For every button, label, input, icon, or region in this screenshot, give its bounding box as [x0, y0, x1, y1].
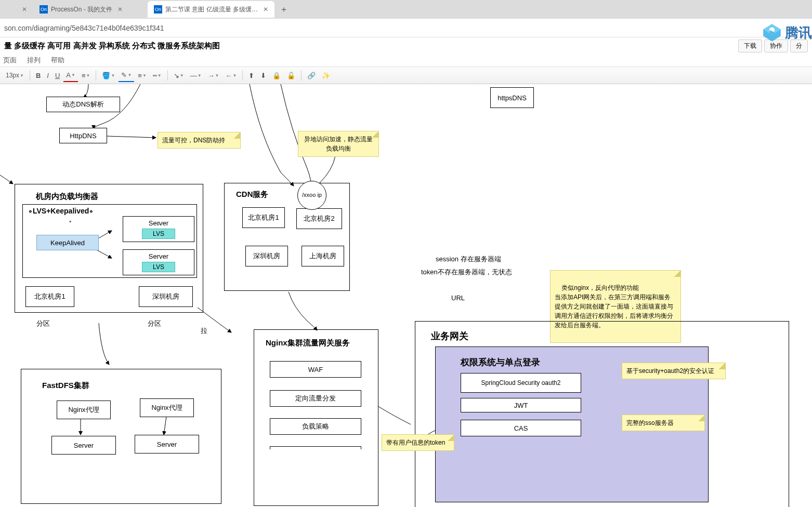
label: JWT [514, 402, 528, 409]
tab-processon[interactable]: On ProcessOn - 我的文件 ✕ [33, 1, 148, 18]
tab-blank[interactable]: ✕ [10, 1, 33, 18]
line-end-button[interactable]: —▼ [188, 70, 204, 82]
group-lvs-keepalived[interactable]: ∘LVS+Keepalived∘ ∘ KeepAlived Server LVS… [22, 204, 197, 278]
node-cdn-sz[interactable]: 深圳机房 [245, 246, 288, 266]
node-jwt[interactable]: JWT [461, 398, 581, 412]
label: 负载策略 [302, 422, 329, 431]
unlock-button[interactable]: 🔓 [284, 70, 298, 82]
node-cas[interactable]: CAS [461, 420, 581, 436]
node-cdn-sh[interactable]: 上海机房 [302, 246, 344, 266]
node-nginx1[interactable]: Nginx代理 [57, 401, 111, 419]
node-directed[interactable]: 定向流量分发 [270, 390, 361, 407]
connector-button[interactable]: ↘▼ [171, 70, 187, 82]
close-icon[interactable]: ✕ [22, 6, 27, 13]
node-keepalived[interactable]: KeepAlived [36, 235, 99, 250]
site-icon: On [154, 5, 162, 14]
group-fastdfs[interactable]: FastDFS集群 Nginx代理 Nginx代理 Server Server [21, 369, 221, 504]
note-text: 完整的sso服务器 [626, 419, 674, 426]
arrow-start-button[interactable]: →▼ [205, 70, 222, 82]
bold-button[interactable]: B [33, 70, 43, 82]
label: /xxoo ip [302, 192, 322, 198]
label: 北京机房1 [34, 292, 65, 301]
download-button[interactable]: 下载 [738, 39, 762, 52]
node-server2[interactable]: Server LVS [123, 249, 194, 275]
text-url: URL [451, 294, 465, 302]
label: Server [157, 441, 177, 448]
note-text: 异地访问加速，静态流量负载均衡 [304, 136, 373, 152]
node-room-sz[interactable]: 深圳机房 [139, 286, 193, 307]
url-bar[interactable]: son.com/diagraming/5e843c71e4b0f4e639c1f… [0, 19, 812, 37]
lock-button[interactable]: 🔒 [270, 70, 283, 82]
new-tab-button[interactable]: ＋ [280, 4, 288, 15]
move-handle-icon[interactable]: ✥ [156, 221, 161, 226]
node-cdn-bj1[interactable]: 北京机房1 [242, 207, 285, 228]
label: CAS [514, 424, 528, 432]
site-icon: On [40, 5, 48, 14]
note-dns[interactable]: 流量可控，DNS防劫持 [158, 132, 241, 149]
node-spring-security[interactable]: SpringCloud Security oauth2 [461, 373, 581, 393]
magic-button[interactable]: ✨ [319, 70, 333, 82]
tab-label: 第二节课 意图 亿级流量 多级缓… [165, 5, 258, 14]
pull-label: 拉 [201, 326, 207, 336]
line-style-button[interactable]: ┅▼ [150, 70, 164, 82]
underline-button[interactable]: U [53, 70, 62, 82]
label: Nginx代理 [151, 403, 182, 412]
label: 北京机房2 [304, 214, 334, 223]
menu-help[interactable]: 帮助 [51, 56, 64, 65]
node-cdn-bj2[interactable]: 北京机房2 [296, 208, 342, 229]
group-nginx-gw[interactable]: Nginx集群流量网关服务 WAF 定向流量分发 负载策略 [254, 329, 378, 506]
arrow-end-button[interactable]: ←▼ [223, 70, 240, 82]
menu-arrange[interactable]: 排列 [27, 56, 41, 65]
tab-current[interactable]: On 第二节课 意图 亿级流量 多级缓… ✕ [148, 1, 274, 18]
node-fd-server1[interactable]: Server [51, 436, 116, 455]
fill-color-button[interactable]: 🪣▼ [99, 70, 117, 82]
front-button[interactable]: ⬆ [246, 70, 257, 82]
note-text: 带有用户信息的token [386, 439, 445, 446]
node-extra[interactable] [270, 446, 361, 449]
node-room-bj[interactable]: 北京机房1 [25, 286, 74, 307]
label: Nginx代理 [68, 405, 99, 415]
label: 北京机房1 [248, 213, 279, 222]
label: KeepAlived [50, 239, 85, 247]
label: 动态DNS解析 [62, 100, 103, 109]
label: 深圳机房 [253, 251, 280, 261]
group-title: 机房内负载均衡器 [36, 192, 98, 202]
group-cdn[interactable]: CDN服务 北京机房1 北京机房2 深圳机房 上海机房 [224, 183, 350, 291]
node-dynamic-dns[interactable]: 动态DNS解析 [46, 97, 120, 112]
note-token[interactable]: 带有用户信息的token [382, 434, 454, 451]
font-size-selector[interactable]: 13px▼ [3, 70, 27, 81]
note-sso[interactable]: 完整的sso服务器 [622, 415, 705, 431]
menu-page[interactable]: 页面 [3, 56, 17, 65]
line-width-button[interactable]: ≡▼ [135, 70, 149, 82]
node-nginx2[interactable]: Nginx代理 [140, 398, 194, 417]
group-biz-gw[interactable]: 业务网关 权限系统与单点登录 SpringCloud Security oaut… [415, 321, 789, 507]
canvas[interactable]: httpsDNS 动态DNS解析 HttpDNS 流量可控，DNS防劫持 异地访… [0, 84, 812, 507]
nginx-gw-title: Nginx集群流量网关服务 [266, 338, 350, 348]
font-color-button[interactable]: A▼ [63, 69, 78, 82]
label: httpsDNS [497, 94, 527, 102]
title-row: 量 多级缓存 高可用 高并发 异构系统 分布式 微服务系统架构图 下载 协作 分 [0, 37, 812, 54]
node-httpsdns[interactable]: httpsDNS [490, 87, 534, 108]
close-icon[interactable]: ✕ [263, 6, 268, 13]
node-server1[interactable]: Server LVS ✥ [123, 216, 194, 242]
node-httpdns[interactable]: HttpDNS [59, 128, 107, 143]
note-cdn[interactable]: 异地访问加速，静态流量负载均衡 [298, 131, 379, 157]
align-button[interactable]: ≡▼ [79, 70, 93, 82]
back-button[interactable]: ⬇ [258, 70, 269, 82]
node-fd-server2[interactable]: Server [135, 435, 199, 453]
watermark: 腾讯 [761, 22, 812, 44]
node-lb-strategy[interactable]: 负载策略 [270, 418, 361, 435]
link-button[interactable]: 🔗 [305, 70, 318, 82]
node-xxoo-circle[interactable]: /xxoo ip [297, 181, 326, 210]
label: 上海机房 [309, 251, 336, 261]
biz-gw-title: 业务网关 [431, 330, 468, 342]
note-security[interactable]: 基于security+oauth2的安全认证 [622, 363, 726, 379]
close-icon[interactable]: ✕ [117, 6, 123, 13]
line-color-button[interactable]: ✎▼ [119, 69, 134, 82]
label: SpringCloud Security oauth2 [481, 379, 561, 386]
node-waf[interactable]: WAF [270, 361, 361, 378]
watermark-text: 腾讯 [785, 24, 812, 42]
url-text: son.com/diagraming/5e843c71e4b0f4e639c1f… [4, 24, 164, 32]
group-lb[interactable]: 机房内负载均衡器 ∘LVS+Keepalived∘ ∘ KeepAlived S… [15, 184, 203, 313]
italic-button[interactable]: I [44, 70, 51, 82]
